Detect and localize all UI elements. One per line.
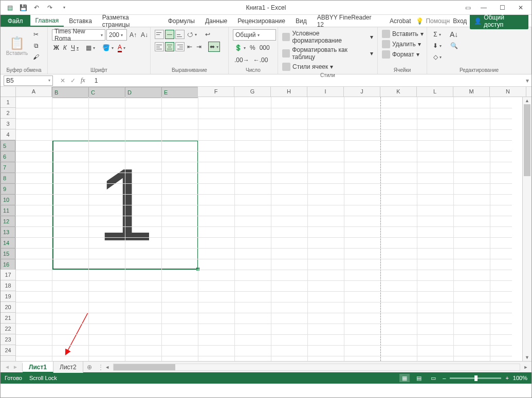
insert-cells-button[interactable]: Вставить ▾ <box>382 29 424 39</box>
row-header-21[interactable]: 21 <box>1 313 15 324</box>
format-cells-button[interactable]: Формат ▾ <box>382 50 424 59</box>
expand-formula-bar-icon[interactable]: ▾ <box>523 77 531 84</box>
col-header-G[interactable]: G <box>234 87 271 97</box>
find-select-icon[interactable]: 🔍 <box>448 41 460 51</box>
font-color-icon[interactable]: A <box>116 43 127 53</box>
orientation-icon[interactable]: ⭯ <box>186 29 198 40</box>
format-as-table-button[interactable]: Форматировать как таблицу ▾ <box>282 46 373 61</box>
tell-me[interactable]: 💡 Помощн <box>416 17 450 25</box>
col-header-J[interactable]: J <box>344 87 380 97</box>
save-icon[interactable]: 💾 <box>18 3 28 13</box>
cut-icon[interactable]: ✂ <box>31 29 41 40</box>
row-header-11[interactable]: 11 <box>1 205 15 216</box>
col-header-H[interactable]: H <box>271 87 307 97</box>
row-header-24[interactable]: 24 <box>1 345 15 356</box>
row-header-19[interactable]: 19 <box>1 291 15 302</box>
ribbon-options-icon[interactable]: ▭ <box>462 2 474 13</box>
col-header-M[interactable]: M <box>453 87 490 97</box>
tab-page-layout[interactable]: Разметка страницы <box>97 15 163 27</box>
col-header-L[interactable]: L <box>417 87 453 97</box>
clear-icon[interactable]: ◇ <box>431 52 443 62</box>
select-all-corner[interactable] <box>1 87 16 97</box>
tab-review[interactable]: Рецензирование <box>232 15 290 27</box>
minimize-icon[interactable]: — <box>475 2 492 13</box>
col-header-F[interactable]: F <box>198 87 234 97</box>
decrease-indent-icon[interactable]: ⇤ <box>186 42 194 52</box>
fill-color-icon[interactable]: 🪣 <box>101 43 115 53</box>
add-sheet-icon[interactable]: ⊕ <box>83 364 96 371</box>
scroll-up-icon[interactable]: ▲ <box>523 97 531 104</box>
col-header-D[interactable]: D <box>125 87 161 98</box>
col-header-K[interactable]: K <box>380 87 417 97</box>
row-header-13[interactable]: 13 <box>1 226 15 237</box>
align-right-icon[interactable] <box>175 42 185 51</box>
row-header-23[interactable]: 23 <box>1 334 15 345</box>
tab-home[interactable]: Главная <box>30 15 64 27</box>
zoom-level[interactable]: 100% <box>513 375 527 381</box>
col-header-E[interactable]: E <box>161 87 198 98</box>
align-left-icon[interactable] <box>155 42 164 51</box>
view-normal-icon[interactable]: ▦ <box>399 374 410 382</box>
row-header-9[interactable]: 9 <box>1 183 15 194</box>
row-header-15[interactable]: 15 <box>1 248 15 259</box>
tab-insert[interactable]: Вставка <box>64 15 97 27</box>
tab-abbyy[interactable]: ABBYY FineReader 12 <box>312 15 384 27</box>
decrease-decimal-icon[interactable]: ←.00 <box>252 55 270 65</box>
align-top-icon[interactable] <box>155 30 164 39</box>
col-header-N[interactable]: N <box>490 87 526 97</box>
increase-indent-icon[interactable]: ⇥ <box>195 42 203 52</box>
autosum-icon[interactable]: Σ <box>431 29 443 40</box>
conditional-formatting-button[interactable]: Условное форматирование ▾ <box>282 29 373 45</box>
close-icon[interactable]: ✕ <box>512 2 529 13</box>
percent-format-icon[interactable]: % <box>248 43 257 53</box>
fill-icon[interactable]: ⬇ <box>431 41 443 51</box>
tab-view[interactable]: Вид <box>290 15 312 27</box>
scroll-down-icon[interactable]: ▼ <box>523 354 531 361</box>
merge-center-icon[interactable]: ⬌ <box>208 42 220 52</box>
row-header-8[interactable]: 8 <box>1 173 15 183</box>
tab-data[interactable]: Данные <box>200 15 232 27</box>
align-middle-icon[interactable] <box>165 30 174 39</box>
name-box[interactable]: B5 <box>4 75 53 86</box>
zoom-slider[interactable] <box>450 377 501 379</box>
row-header-1[interactable]: 1 <box>1 97 15 108</box>
row-header-6[interactable]: 6 <box>1 151 15 162</box>
enter-formula-icon[interactable]: ✓ <box>70 77 76 84</box>
vscroll-thumb[interactable] <box>524 104 530 176</box>
row-header-10[interactable]: 10 <box>1 194 15 205</box>
italic-button[interactable]: К <box>62 43 68 53</box>
border-icon[interactable]: ▦ <box>84 43 97 53</box>
row-header-18[interactable]: 18 <box>1 280 15 291</box>
zoom-in-icon[interactable]: + <box>505 375 508 381</box>
view-page-layout-icon[interactable]: ▤ <box>414 374 424 382</box>
row-header-5[interactable]: 5 <box>1 140 15 151</box>
delete-cells-button[interactable]: Удалить ▾ <box>382 40 424 49</box>
cell-styles-button[interactable]: Стили ячеек ▾ <box>282 62 373 71</box>
qat-customize-icon[interactable] <box>58 3 68 13</box>
undo-icon[interactable]: ↶ <box>31 3 42 13</box>
paste-button[interactable]: 📋 Вставить <box>5 29 29 62</box>
increase-decimal-icon[interactable]: .00→ <box>233 55 251 65</box>
row-header-3[interactable]: 3 <box>1 119 15 129</box>
sheet-tab-2[interactable]: Лист2 <box>53 362 83 373</box>
align-center-icon[interactable] <box>165 42 174 51</box>
insert-function-icon[interactable]: fx <box>81 77 85 84</box>
tab-formulas[interactable]: Формулы <box>163 15 200 27</box>
decrease-font-icon[interactable]: A↓ <box>139 30 150 40</box>
increase-font-icon[interactable]: A↑ <box>128 30 138 40</box>
row-header-20[interactable]: 20 <box>1 302 15 313</box>
row-header-4[interactable]: 4 <box>1 129 15 140</box>
row-header-14[interactable]: 14 <box>1 237 15 248</box>
row-header-7[interactable]: 7 <box>1 162 15 173</box>
font-size-select[interactable]: 200 <box>106 29 127 41</box>
row-header-2[interactable]: 2 <box>1 108 15 119</box>
hscroll-thumb[interactable] <box>114 364 175 370</box>
sheet-nav-next-icon[interactable]: ► <box>12 364 19 370</box>
wrap-text-icon[interactable]: ↩ <box>204 29 212 40</box>
sheet-nav-prev-icon[interactable]: ◄ <box>4 364 11 370</box>
horizontal-scrollbar[interactable]: ⋮ ◄ ► <box>96 364 531 371</box>
font-name-select[interactable]: Times New Roma <box>52 29 105 41</box>
zoom-out-icon[interactable]: – <box>443 375 446 381</box>
cells-area[interactable]: 1 <box>16 97 522 361</box>
view-page-break-icon[interactable]: ▭ <box>428 374 438 382</box>
